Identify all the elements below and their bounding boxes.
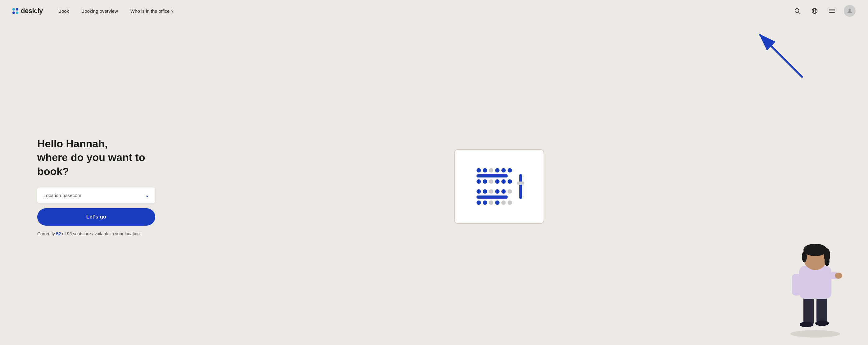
menu-button[interactable] (827, 5, 838, 17)
dot (501, 200, 506, 205)
dot (476, 179, 481, 184)
person-illustration (781, 226, 849, 339)
dot (489, 168, 493, 173)
dropdown-arrow-icon: ⌄ (145, 192, 149, 198)
dot (501, 189, 506, 194)
dot (495, 189, 499, 194)
seats-prefix: Currently (37, 231, 56, 236)
dots-bottom-1 (476, 179, 512, 184)
dot (495, 168, 499, 173)
location-select[interactable]: Location basecom ⌄ (37, 188, 155, 203)
lets-go-button[interactable]: Let's go (37, 208, 155, 226)
seats-info: Currently 52 of 96 seats are available i… (37, 231, 168, 236)
svg-rect-16 (799, 266, 831, 299)
desk-bar (476, 196, 507, 199)
dot (476, 189, 481, 194)
dots-bottom-2 (476, 200, 512, 205)
dot (476, 168, 481, 173)
dot (476, 200, 481, 205)
user-avatar[interactable] (844, 5, 856, 17)
left-section: Hello Hannah, where do you want to book?… (37, 137, 168, 236)
dot (483, 168, 487, 173)
dot (483, 200, 487, 205)
dot (483, 189, 487, 194)
greeting-line2: where do you want to book? (37, 151, 145, 177)
desk-row-1 (476, 168, 512, 184)
location-text: Location basecom (43, 193, 81, 198)
globe-button[interactable] (809, 5, 820, 17)
main-nav: Book Booking overview Who is in the offi… (58, 8, 792, 14)
svg-point-23 (802, 251, 807, 262)
dot (507, 168, 512, 173)
dots-top-1 (476, 168, 512, 173)
svg-point-24 (825, 257, 830, 266)
slider-handle (517, 181, 524, 184)
dot (507, 189, 512, 194)
logo[interactable]: desk.ly (12, 7, 43, 15)
svg-point-21 (803, 244, 827, 256)
desk-bar (476, 174, 507, 177)
logo-text: desk.ly (21, 7, 43, 15)
svg-line-1 (799, 12, 800, 14)
svg-point-15 (815, 320, 829, 326)
dot (501, 179, 506, 184)
desk-row-2 (476, 189, 512, 205)
desk-slider (519, 174, 522, 199)
desk-card (454, 149, 544, 224)
svg-point-14 (800, 322, 813, 327)
dots-top-2 (476, 189, 512, 194)
dot (495, 179, 499, 184)
nav-book[interactable]: Book (58, 8, 69, 14)
dot (489, 200, 493, 205)
dot (507, 179, 512, 184)
header-icons (792, 5, 856, 17)
dot (489, 179, 493, 184)
dot (501, 168, 506, 173)
svg-line-10 (760, 35, 802, 77)
seats-count: 52 (56, 231, 61, 236)
dot (483, 179, 487, 184)
svg-point-18 (835, 272, 842, 279)
nav-booking-overview[interactable]: Booking overview (81, 8, 118, 14)
search-button[interactable] (792, 5, 803, 17)
nav-who-in-office[interactable]: Who is in the office ? (130, 8, 174, 14)
dot (489, 189, 493, 194)
logo-icon (12, 8, 18, 14)
arrow-decoration (753, 28, 809, 84)
dot (507, 200, 512, 205)
desk-grid (476, 168, 512, 205)
svg-rect-19 (792, 274, 801, 295)
desk-illustration (168, 149, 831, 224)
svg-point-8 (848, 9, 850, 11)
main-content: Hello Hannah, where do you want to book?… (0, 22, 868, 345)
seats-suffix: of 96 seats are available in your locati… (61, 231, 141, 236)
dot (495, 200, 499, 205)
slider-track (519, 174, 522, 199)
greeting: Hello Hannah, where do you want to book? (37, 137, 168, 178)
svg-point-11 (790, 330, 840, 338)
greeting-line1: Hello Hannah, (37, 138, 108, 149)
